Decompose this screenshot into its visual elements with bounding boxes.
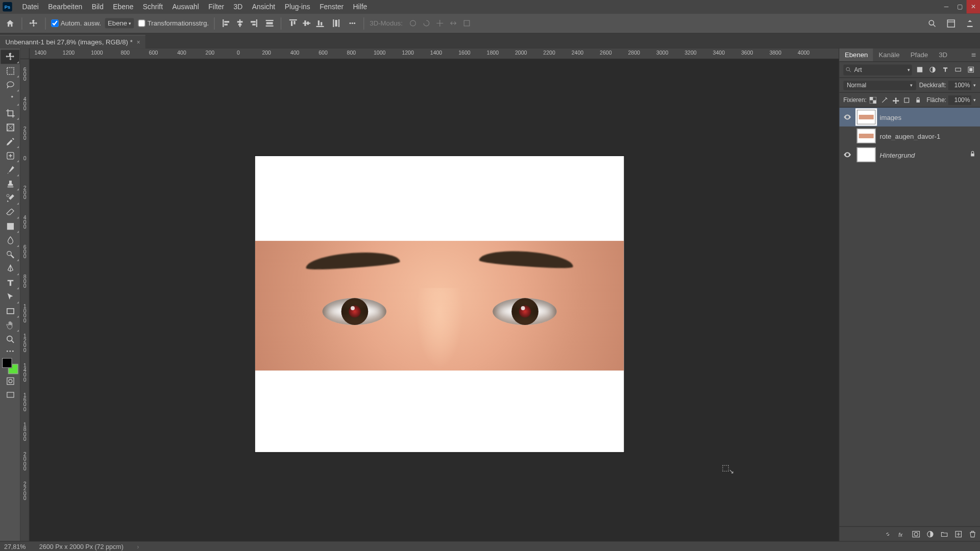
color-swatches[interactable]: [2, 358, 18, 374]
minimize-button[interactable]: ─: [940, 0, 953, 13]
new-layer-icon[interactable]: [953, 529, 963, 539]
lock-transparent-icon[interactable]: [869, 95, 878, 105]
vertical-ruler[interactable]: 6004002000200400600800100012001400160018…: [20, 59, 30, 541]
lasso-tool[interactable]: [1, 78, 19, 92]
wand-tool[interactable]: [1, 92, 19, 107]
edit-toolbar-button[interactable]: [1, 346, 19, 356]
rectangle-tool[interactable]: [1, 304, 19, 318]
filter-type-icon[interactable]: [940, 65, 950, 75]
panel-tab-3d[interactable]: 3D: [934, 48, 953, 61]
menu-datei[interactable]: Datei: [17, 0, 43, 13]
delete-layer-icon[interactable]: [967, 529, 977, 539]
screenmode-button[interactable]: [1, 388, 19, 403]
link-layers-icon[interactable]: [883, 529, 893, 539]
foreground-color[interactable]: [2, 358, 12, 368]
align-left-button[interactable]: [220, 17, 233, 30]
menu-plug-ins[interactable]: Plug-ins: [280, 0, 314, 13]
align-top-button[interactable]: [287, 17, 299, 30]
status-chevron-icon[interactable]: ›: [137, 543, 139, 550]
hand-tool[interactable]: [1, 318, 19, 333]
brush-tool[interactable]: [1, 163, 19, 177]
lock-artboard-icon[interactable]: [902, 95, 911, 105]
filter-adjust-icon[interactable]: [927, 65, 938, 75]
eraser-tool[interactable]: [1, 205, 19, 219]
quickmask-button[interactable]: [1, 374, 19, 388]
maximize-button[interactable]: ▢: [953, 0, 966, 13]
layer-mask-icon[interactable]: [911, 529, 921, 539]
layer-name[interactable]: rote_augen_davor-1: [880, 132, 965, 140]
layer-thumbnail[interactable]: [857, 147, 876, 162]
frame-tool[interactable]: [1, 120, 19, 135]
move-tool[interactable]: [1, 50, 19, 64]
home-icon[interactable]: [4, 17, 16, 30]
menu-auswahl[interactable]: Auswahl: [167, 0, 204, 13]
fill-input[interactable]: [948, 95, 971, 105]
auto-select-target-dropdown[interactable]: Ebene▾: [105, 18, 134, 29]
stamp-tool[interactable]: [1, 177, 19, 191]
crop-tool[interactable]: [1, 106, 19, 120]
filter-pixel-icon[interactable]: [915, 65, 925, 75]
layer-row[interactable]: images: [839, 108, 980, 127]
horizontal-ruler[interactable]: 1400120010008006004002000200400600800100…: [30, 48, 839, 59]
share-icon[interactable]: [964, 17, 976, 30]
path-select-tool[interactable]: [1, 290, 19, 304]
visibility-toggle[interactable]: [842, 113, 853, 121]
menu-hilfe[interactable]: Hilfe: [348, 0, 372, 13]
filter-shape-icon[interactable]: [953, 65, 963, 75]
transform-controls-checkbox[interactable]: Transformationsstrg.: [138, 19, 209, 27]
layer-row[interactable]: rote_augen_davor-1: [839, 127, 980, 145]
type-tool[interactable]: [1, 276, 19, 290]
blur-tool[interactable]: [1, 234, 19, 248]
visibility-toggle[interactable]: [842, 151, 853, 159]
canvas[interactable]: ⬚: [30, 59, 839, 541]
menu-filter[interactable]: Filter: [204, 0, 229, 13]
close-tab-icon[interactable]: ×: [137, 39, 140, 45]
menu-ansicht[interactable]: Ansicht: [248, 0, 280, 13]
menu-bild[interactable]: Bild: [87, 0, 109, 13]
layer-row[interactable]: Hintergrund: [839, 145, 980, 164]
align-hcenter-button[interactable]: [234, 17, 246, 30]
menu-3d[interactable]: 3D: [229, 0, 247, 13]
artboard[interactable]: [255, 156, 624, 452]
align-bottom-button[interactable]: [314, 17, 326, 30]
layer-thumbnail[interactable]: [857, 110, 876, 124]
menu-ebene[interactable]: Ebene: [108, 0, 138, 13]
opacity-input[interactable]: [948, 81, 971, 90]
align-vcenter-button[interactable]: [301, 17, 313, 30]
history-brush-tool[interactable]: [1, 191, 19, 206]
dodge-tool[interactable]: [1, 247, 19, 262]
blend-mode-dropdown[interactable]: Normal▾: [843, 81, 916, 90]
doc-dimensions[interactable]: 2600 Px x 2000 Px (72 ppcm): [39, 543, 124, 550]
search-icon[interactable]: [926, 17, 939, 30]
menu-schrift[interactable]: Schrift: [138, 0, 168, 13]
close-button[interactable]: ✕: [967, 0, 980, 13]
marquee-tool[interactable]: [1, 64, 19, 78]
panel-tab-ebenen[interactable]: Ebenen: [839, 48, 873, 61]
more-align-button[interactable]: [346, 17, 358, 30]
menu-bearbeiten[interactable]: Bearbeiten: [43, 0, 87, 13]
document-tab[interactable]: Unbenannt-1 bei 27,8% (images, RGB/8) * …: [0, 35, 145, 48]
eyedropper-tool[interactable]: [1, 135, 19, 149]
layer-thumbnail[interactable]: [857, 129, 876, 143]
layer-group-icon[interactable]: [939, 529, 949, 539]
lock-all-icon[interactable]: [913, 95, 922, 105]
layer-name[interactable]: images: [880, 113, 965, 121]
zoom-tool[interactable]: [1, 332, 19, 346]
layer-fx-icon[interactable]: fx: [896, 529, 906, 539]
adjustment-layer-icon[interactable]: [925, 529, 935, 539]
panel-tab-kanäle[interactable]: Kanäle: [873, 48, 905, 61]
pen-tool[interactable]: [1, 262, 19, 276]
gradient-tool[interactable]: [1, 219, 19, 234]
workspace-icon[interactable]: [945, 17, 957, 30]
distribute-v-button[interactable]: [330, 17, 342, 30]
heal-tool[interactable]: [1, 148, 19, 163]
zoom-level[interactable]: 27,81%: [4, 543, 26, 550]
align-right-button[interactable]: [247, 17, 259, 30]
panel-tab-pfade[interactable]: Pfade: [905, 48, 934, 61]
lock-pixels-icon[interactable]: [880, 95, 889, 105]
move-tool-icon[interactable]: [28, 17, 40, 30]
distribute-h-button[interactable]: [263, 17, 276, 30]
auto-select-checkbox[interactable]: Autom. ausw.: [51, 19, 101, 27]
layer-filter-dropdown[interactable]: Art ▾: [843, 64, 912, 75]
filter-smart-icon[interactable]: [966, 65, 976, 75]
